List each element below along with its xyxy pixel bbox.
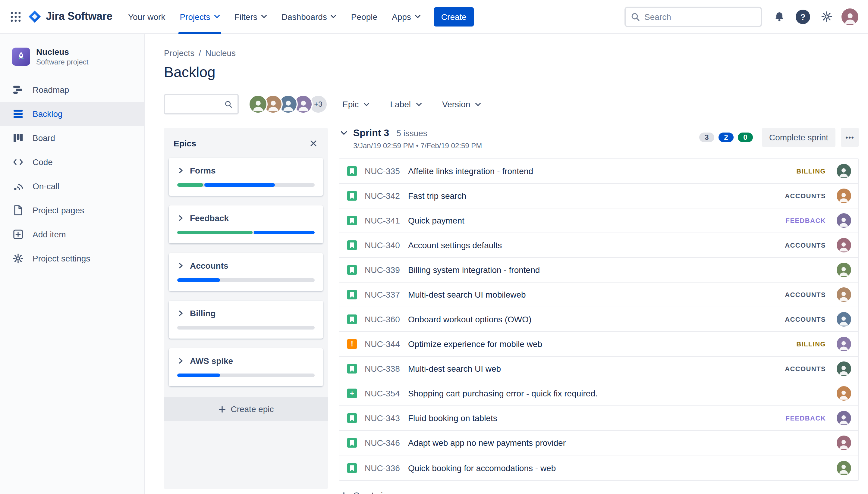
issue-assignee-avatar[interactable]: [837, 361, 851, 376]
issue-assignee-avatar[interactable]: [837, 189, 851, 203]
issue-type-icon: ! +: [347, 364, 357, 374]
sidebar-item-roadmap[interactable]: Roadmap: [0, 77, 144, 101]
backlog-search[interactable]: [164, 94, 239, 114]
sidebar-item-project-settings[interactable]: Project settings: [0, 246, 144, 270]
issue-assignee-avatar[interactable]: [837, 164, 851, 178]
global-search[interactable]: [625, 6, 762, 27]
issue-row[interactable]: ! + NUC-343 Fluid booking on tablets FEE…: [339, 406, 858, 431]
issue-row[interactable]: ! + NUC-339 Billing system integration -…: [339, 258, 858, 283]
issue-type-icon: ! +: [347, 240, 357, 250]
create-issue-button[interactable]: Create issue: [339, 488, 402, 494]
nav-item-label: Dashboards: [281, 12, 327, 21]
chevron-right-icon[interactable]: [177, 262, 184, 269]
sidebar-item-label: Project pages: [33, 205, 84, 215]
issue-assignee-avatar[interactable]: [837, 460, 851, 475]
issue-assignee-avatar[interactable]: [837, 436, 851, 450]
epic-card[interactable]: Forms: [169, 158, 323, 196]
app-name: Jira Software: [46, 10, 112, 23]
breadcrumb-projects[interactable]: Projects: [164, 48, 195, 58]
chevron-right-icon[interactable]: [177, 310, 184, 317]
epic-card[interactable]: Feedback: [169, 205, 323, 243]
bug-icon: !: [351, 340, 353, 348]
search-icon: [630, 12, 640, 21]
user-avatar: [842, 8, 858, 25]
epic-progress-done: [177, 231, 253, 234]
issue-assignee-avatar[interactable]: [837, 213, 851, 228]
issue-row[interactable]: ! + NUC-340 Account settings defaults AC…: [339, 233, 858, 258]
epics-panel-close-button[interactable]: [306, 136, 321, 151]
nav-item[interactable]: Projects: [172, 0, 227, 34]
app-switcher-button[interactable]: [6, 7, 25, 26]
create-epic-button[interactable]: Create epic: [164, 397, 328, 421]
settings-gear-icon: [12, 252, 24, 264]
epic-card[interactable]: AWS spike: [169, 348, 323, 386]
issue-type-icon: ! +: [347, 315, 357, 324]
issue-assignee-avatar[interactable]: [837, 411, 851, 425]
user-avatar-button[interactable]: [840, 7, 860, 26]
issue-key: NUC-339: [365, 265, 402, 275]
issue-row[interactable]: ! + NUC-338 Multi-dest search UI web ACC…: [339, 357, 858, 381]
sidebar-item-board[interactable]: Board: [0, 126, 144, 150]
sidebar-item-project-pages[interactable]: Project pages: [0, 198, 144, 222]
close-icon: [309, 139, 318, 148]
sprint-more-button[interactable]: •••: [841, 128, 859, 147]
issue-type-icon: ! +: [347, 216, 357, 225]
nav-item[interactable]: Your work: [121, 0, 173, 34]
issue-row[interactable]: ! + NUC-354 Shopping cart purchasing err…: [339, 381, 858, 406]
nav-item[interactable]: People: [344, 0, 385, 34]
chevron-down-icon: [415, 15, 421, 19]
issue-assignee-avatar[interactable]: [837, 238, 851, 252]
issue-assignee-avatar[interactable]: [837, 287, 851, 302]
sidebar-item-oncall[interactable]: On-call: [0, 174, 144, 198]
chevron-right-icon[interactable]: [177, 214, 184, 222]
issue-assignee-avatar[interactable]: [837, 386, 851, 401]
epic-label: FEEDBACK: [786, 415, 826, 422]
epic-label: BILLING: [796, 340, 826, 348]
issue-row[interactable]: ! + NUC-341 Quick payment FEEDBACK: [339, 208, 858, 233]
epic-card[interactable]: Billing: [169, 301, 323, 339]
issue-row[interactable]: ! + NUC-342 Fast trip search ACCOUNTS: [339, 184, 858, 208]
grid-icon: [9, 10, 22, 23]
sidebar-item-code[interactable]: Code: [0, 150, 144, 174]
issue-row[interactable]: ! + NUC-360 Onboard workout options (OWO…: [339, 307, 858, 332]
sidebar-item-backlog[interactable]: Backlog: [0, 101, 144, 126]
issue-summary: Quick booking for accomodations - web: [408, 463, 837, 473]
nav-item[interactable]: Dashboards: [274, 0, 344, 34]
nav-item[interactable]: Filters: [227, 0, 274, 34]
filter-dropdown[interactable]: Label: [384, 96, 428, 113]
sprint-collapse-button[interactable]: [339, 131, 348, 136]
story-icon: [347, 166, 357, 176]
issue-type-icon: ! +: [347, 166, 357, 176]
backlog-search-input[interactable]: [170, 99, 224, 109]
issue-type-icon: ! +: [347, 191, 357, 201]
create-button[interactable]: Create: [434, 7, 474, 26]
issue-assignee-avatar[interactable]: [837, 312, 851, 326]
issue-assignee-avatar[interactable]: [837, 263, 851, 277]
nav-item-label: Your work: [128, 12, 165, 21]
issue-row[interactable]: ! + NUC-346 Adapt web app no new payment…: [339, 431, 858, 455]
filter-dropdown[interactable]: Version: [436, 96, 487, 113]
complete-sprint-button[interactable]: Complete sprint: [762, 128, 835, 147]
issue-key: NUC-346: [365, 438, 402, 448]
chevron-right-icon[interactable]: [177, 357, 184, 364]
settings-button[interactable]: [817, 7, 836, 26]
nav-item[interactable]: Apps: [385, 0, 428, 34]
issue-row[interactable]: ! + NUC-337 Multi-dest search UI mobilew…: [339, 283, 858, 307]
assignee-avatar[interactable]: [248, 95, 267, 114]
jira-logo[interactable]: Jira Software: [25, 10, 121, 23]
chevron-right-icon[interactable]: [177, 167, 184, 174]
breadcrumb-nucleus[interactable]: Nucleus: [205, 48, 236, 58]
sidebar-item-add-item[interactable]: Add item: [0, 222, 144, 246]
issue-row[interactable]: ! + NUC-336 Quick booking for accomodati…: [339, 455, 858, 480]
notifications-icon: [773, 11, 786, 23]
issue-assignee-avatar[interactable]: [837, 337, 851, 351]
notifications-button[interactable]: [770, 7, 789, 26]
help-button[interactable]: ?: [793, 7, 813, 26]
issue-summary: Fluid booking on tablets: [408, 413, 780, 423]
filter-dropdown[interactable]: Epic: [336, 96, 375, 113]
issue-row[interactable]: ! + NUC-335 Affelite links integration -…: [339, 159, 858, 184]
sidebar-item-label: Board: [33, 133, 55, 142]
global-search-input[interactable]: [644, 12, 756, 21]
issue-row[interactable]: ! + NUC-344 Optimize experience for mobi…: [339, 332, 858, 357]
epic-card[interactable]: Accounts: [169, 253, 323, 291]
